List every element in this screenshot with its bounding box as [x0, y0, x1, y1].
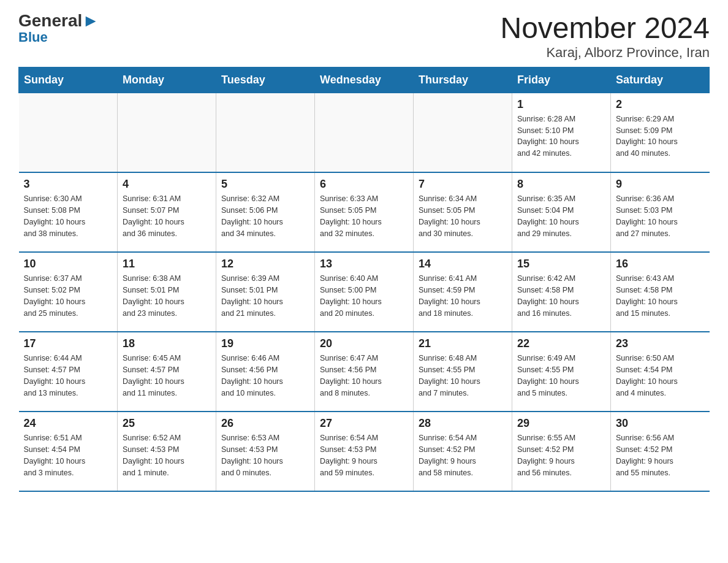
day-header-monday: Monday: [118, 67, 216, 93]
week-row-5: 24Sunrise: 6:51 AM Sunset: 4:54 PM Dayli…: [19, 412, 710, 491]
day-info: Sunrise: 6:44 AM Sunset: 4:57 PM Dayligh…: [24, 353, 113, 399]
calendar-cell: 8Sunrise: 6:35 AM Sunset: 5:04 PM Daylig…: [512, 172, 611, 252]
week-row-3: 10Sunrise: 6:37 AM Sunset: 5:02 PM Dayli…: [19, 252, 710, 332]
day-header-friday: Friday: [512, 67, 611, 93]
calendar-cell: 17Sunrise: 6:44 AM Sunset: 4:57 PM Dayli…: [19, 332, 118, 412]
day-info: Sunrise: 6:32 AM Sunset: 5:06 PM Dayligh…: [221, 193, 309, 239]
calendar-cell: 28Sunrise: 6:54 AM Sunset: 4:52 PM Dayli…: [414, 412, 512, 491]
calendar-cell: 25Sunrise: 6:52 AM Sunset: 4:53 PM Dayli…: [118, 412, 216, 491]
day-info: Sunrise: 6:54 AM Sunset: 4:52 PM Dayligh…: [419, 432, 507, 478]
day-number: 15: [517, 258, 605, 270]
day-info: Sunrise: 6:38 AM Sunset: 5:01 PM Dayligh…: [123, 273, 211, 319]
logo-general-text: General►: [18, 12, 99, 29]
day-info: Sunrise: 6:35 AM Sunset: 5:04 PM Dayligh…: [517, 193, 605, 239]
calendar-cell: 23Sunrise: 6:50 AM Sunset: 4:54 PM Dayli…: [611, 332, 710, 412]
day-number: 20: [320, 337, 408, 350]
calendar-cell: 3Sunrise: 6:30 AM Sunset: 5:08 PM Daylig…: [19, 172, 118, 252]
calendar-table: SundayMondayTuesdayWednesdayThursdayFrid…: [18, 67, 710, 492]
day-info: Sunrise: 6:43 AM Sunset: 4:58 PM Dayligh…: [616, 273, 705, 319]
calendar-cell: 10Sunrise: 6:37 AM Sunset: 5:02 PM Dayli…: [19, 252, 118, 332]
calendar-cell: 12Sunrise: 6:39 AM Sunset: 5:01 PM Dayli…: [216, 252, 315, 332]
day-number: 13: [320, 258, 408, 270]
day-header-thursday: Thursday: [414, 67, 512, 93]
calendar-cell: 18Sunrise: 6:45 AM Sunset: 4:57 PM Dayli…: [118, 332, 216, 412]
day-number: 6: [320, 178, 408, 191]
calendar-cell: 7Sunrise: 6:34 AM Sunset: 5:05 PM Daylig…: [414, 172, 512, 252]
page-title: November 2024: [500, 12, 710, 45]
day-info: Sunrise: 6:53 AM Sunset: 4:53 PM Dayligh…: [221, 432, 309, 478]
calendar-cell: [315, 93, 414, 172]
day-number: 22: [517, 337, 605, 350]
day-info: Sunrise: 6:33 AM Sunset: 5:05 PM Dayligh…: [320, 193, 408, 239]
day-info: Sunrise: 6:40 AM Sunset: 5:00 PM Dayligh…: [320, 273, 408, 319]
calendar-cell: 30Sunrise: 6:56 AM Sunset: 4:52 PM Dayli…: [611, 412, 710, 491]
calendar-cell: 24Sunrise: 6:51 AM Sunset: 4:54 PM Dayli…: [19, 412, 118, 491]
calendar-cell: 4Sunrise: 6:31 AM Sunset: 5:07 PM Daylig…: [118, 172, 216, 252]
day-info: Sunrise: 6:28 AM Sunset: 5:10 PM Dayligh…: [517, 113, 605, 159]
day-info: Sunrise: 6:34 AM Sunset: 5:05 PM Dayligh…: [419, 193, 507, 239]
day-number: 12: [221, 258, 309, 270]
calendar-header-row: SundayMondayTuesdayWednesdayThursdayFrid…: [19, 67, 710, 93]
calendar-cell: 29Sunrise: 6:55 AM Sunset: 4:52 PM Dayli…: [512, 412, 611, 491]
day-number: 14: [419, 258, 507, 270]
day-info: Sunrise: 6:54 AM Sunset: 4:53 PM Dayligh…: [320, 432, 408, 478]
calendar-cell: [118, 93, 216, 172]
calendar-cell: 14Sunrise: 6:41 AM Sunset: 4:59 PM Dayli…: [414, 252, 512, 332]
calendar-cell: 2Sunrise: 6:29 AM Sunset: 5:09 PM Daylig…: [611, 93, 710, 172]
day-info: Sunrise: 6:36 AM Sunset: 5:03 PM Dayligh…: [616, 193, 705, 239]
calendar-cell: 16Sunrise: 6:43 AM Sunset: 4:58 PM Dayli…: [611, 252, 710, 332]
day-number: 28: [419, 417, 507, 430]
day-info: Sunrise: 6:48 AM Sunset: 4:55 PM Dayligh…: [419, 353, 507, 399]
day-header-sunday: Sunday: [19, 67, 118, 93]
day-info: Sunrise: 6:46 AM Sunset: 4:56 PM Dayligh…: [221, 353, 309, 399]
calendar-cell: 9Sunrise: 6:36 AM Sunset: 5:03 PM Daylig…: [611, 172, 710, 252]
calendar-cell: 5Sunrise: 6:32 AM Sunset: 5:06 PM Daylig…: [216, 172, 315, 252]
day-info: Sunrise: 6:31 AM Sunset: 5:07 PM Dayligh…: [123, 193, 211, 239]
day-number: 10: [24, 258, 113, 270]
day-info: Sunrise: 6:41 AM Sunset: 4:59 PM Dayligh…: [419, 273, 507, 319]
day-number: 30: [616, 417, 705, 430]
day-number: 5: [221, 178, 309, 191]
calendar-cell: 13Sunrise: 6:40 AM Sunset: 5:00 PM Dayli…: [315, 252, 414, 332]
calendar-cell: 19Sunrise: 6:46 AM Sunset: 4:56 PM Dayli…: [216, 332, 315, 412]
day-number: 27: [320, 417, 408, 430]
day-number: 3: [24, 178, 113, 191]
week-row-2: 3Sunrise: 6:30 AM Sunset: 5:08 PM Daylig…: [19, 172, 710, 252]
calendar-cell: [414, 93, 512, 172]
day-info: Sunrise: 6:55 AM Sunset: 4:52 PM Dayligh…: [517, 432, 605, 478]
week-row-4: 17Sunrise: 6:44 AM Sunset: 4:57 PM Dayli…: [19, 332, 710, 412]
day-header-tuesday: Tuesday: [216, 67, 315, 93]
calendar-cell: 21Sunrise: 6:48 AM Sunset: 4:55 PM Dayli…: [414, 332, 512, 412]
day-number: 18: [123, 337, 211, 350]
day-info: Sunrise: 6:42 AM Sunset: 4:58 PM Dayligh…: [517, 273, 605, 319]
day-number: 16: [616, 258, 705, 270]
day-number: 2: [616, 98, 705, 111]
day-header-wednesday: Wednesday: [315, 67, 414, 93]
calendar-cell: [19, 93, 118, 172]
calendar-cell: 6Sunrise: 6:33 AM Sunset: 5:05 PM Daylig…: [315, 172, 414, 252]
day-number: 9: [616, 178, 705, 191]
day-number: 23: [616, 337, 705, 350]
day-number: 11: [123, 258, 211, 270]
day-number: 19: [221, 337, 309, 350]
day-info: Sunrise: 6:56 AM Sunset: 4:52 PM Dayligh…: [616, 432, 705, 478]
day-number: 29: [517, 417, 605, 430]
calendar-cell: 26Sunrise: 6:53 AM Sunset: 4:53 PM Dayli…: [216, 412, 315, 491]
day-number: 26: [221, 417, 309, 430]
calendar-cell: 15Sunrise: 6:42 AM Sunset: 4:58 PM Dayli…: [512, 252, 611, 332]
day-number: 7: [419, 178, 507, 191]
calendar-cell: 11Sunrise: 6:38 AM Sunset: 5:01 PM Dayli…: [118, 252, 216, 332]
day-number: 25: [123, 417, 211, 430]
day-number: 4: [123, 178, 211, 191]
week-row-1: 1Sunrise: 6:28 AM Sunset: 5:10 PM Daylig…: [19, 93, 710, 172]
page-subtitle: Karaj, Alborz Province, Iran: [500, 45, 710, 61]
day-info: Sunrise: 6:50 AM Sunset: 4:54 PM Dayligh…: [616, 353, 705, 399]
day-number: 24: [24, 417, 113, 430]
day-header-saturday: Saturday: [611, 67, 710, 93]
day-info: Sunrise: 6:29 AM Sunset: 5:09 PM Dayligh…: [616, 113, 705, 159]
day-number: 21: [419, 337, 507, 350]
calendar-cell: 20Sunrise: 6:47 AM Sunset: 4:56 PM Dayli…: [315, 332, 414, 412]
page-header: General► Blue November 2024 Karaj, Albor…: [18, 12, 710, 61]
logo: General► Blue: [18, 12, 99, 45]
day-number: 1: [517, 98, 605, 111]
